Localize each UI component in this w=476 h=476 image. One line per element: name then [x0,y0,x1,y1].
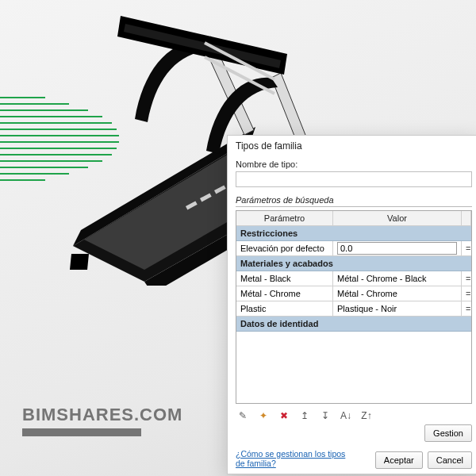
group-identidad[interactable]: Datos de identidad [236,317,471,332]
dialog-title: Tipos de familia [228,136,476,158]
param-value-cell[interactable] [333,241,462,255]
elevation-input[interactable] [337,242,457,255]
param-value[interactable]: Métal - Chrome - Black [333,271,462,286]
header-parameter: Parámetro [236,211,333,225]
grid-header-row: Parámetro Valor [236,211,471,226]
param-name: Metal - Black [236,271,333,286]
watermark-text: BIMSHARES.COM [22,405,182,424]
family-types-dialog: Tipos de familia Nombre de tipo: Parámet… [227,135,476,474]
sort-asc-icon[interactable]: A↓ [339,409,353,423]
param-row[interactable]: Métal - Chrome Métal - Chrome = [236,286,471,301]
sort-desc-icon[interactable]: Z↑ [359,409,374,423]
watermark: BIMSHARES.COM [22,405,182,436]
param-name: Elevación por defecto [236,241,333,255]
param-name: Plastic [236,301,333,316]
edit-param-icon[interactable]: ✎ [236,409,250,423]
param-value[interactable]: Métal - Chrome [333,286,462,301]
svg-rect-12 [200,193,212,202]
help-link[interactable]: ¿Cómo se gestionan los tipos de familia? [236,449,355,469]
svg-line-10 [205,57,274,94]
type-name-input[interactable] [236,171,472,187]
param-row[interactable]: Metal - Black Métal - Chrome - Black = [236,271,471,286]
ok-button[interactable]: Aceptar [375,451,423,469]
svg-marker-7 [117,16,287,75]
group-restricciones[interactable]: Restricciones [236,226,471,241]
delete-param-icon[interactable]: ✖ [277,409,291,423]
formula-cell[interactable]: = [462,271,471,286]
new-param-icon[interactable]: ✦ [256,409,271,423]
svg-rect-11 [186,201,198,209]
manage-button[interactable]: Gestion [424,424,472,442]
watermark-bar [22,428,141,436]
cancel-button[interactable]: Cancel [428,451,472,469]
param-row[interactable]: Elevación por defecto = [236,241,471,256]
search-params-label: Parámetros de búsqueda [236,195,472,207]
formula-cell[interactable]: = [462,301,471,316]
move-down-icon[interactable]: ↧ [318,409,332,423]
svg-marker-8 [124,24,281,68]
svg-line-9 [205,43,274,79]
svg-marker-5 [202,36,254,135]
parameters-grid: Parámetro Valor Restricciones Elevación … [236,210,472,404]
param-name: Métal - Chrome [236,286,333,301]
move-up-icon[interactable]: ↥ [298,409,312,423]
green-hatch-decoration [0,97,119,200]
svg-marker-4 [70,254,89,270]
formula-cell[interactable]: = [462,286,471,301]
header-value: Valor [333,211,462,225]
formula-cell[interactable]: = [462,241,471,255]
param-value[interactable]: Plastique - Noir [333,301,462,316]
param-toolbar: ✎ ✦ ✖ ↥ ↧ A↓ Z↑ [236,409,472,423]
param-row[interactable]: Plastic Plastique - Noir = [236,301,471,317]
svg-rect-13 [214,185,226,194]
type-name-label: Nombre de tipo: [236,159,472,169]
group-materiales[interactable]: Materiales y acabados [236,256,471,271]
